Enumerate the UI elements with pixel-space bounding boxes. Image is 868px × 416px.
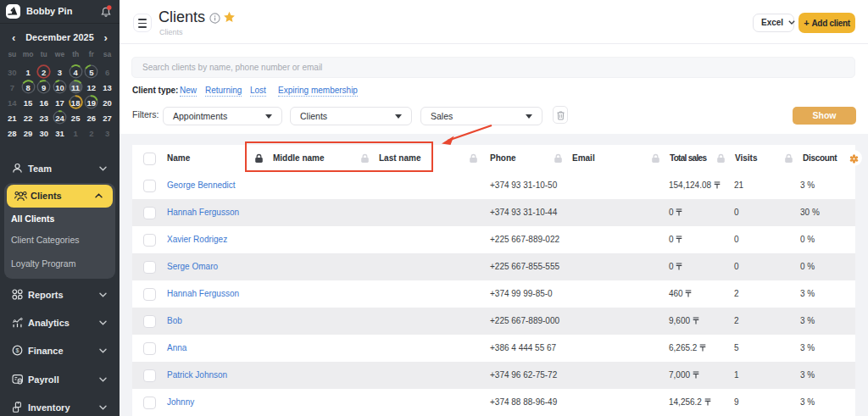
svg-text:$: $	[16, 347, 19, 353]
